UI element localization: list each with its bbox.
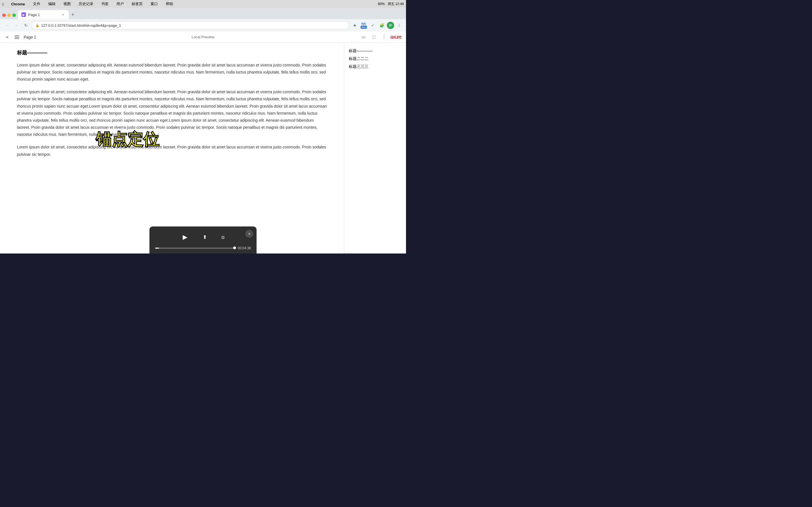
chrome-window: ▶ Page 1 × + ← → ↻ 🔒 127.0.0.1:32767/sta…: [0, 8, 406, 253]
progress-time: 00:04:38: [238, 246, 251, 250]
sidebar-heading-2[interactable]: 标题二二二: [349, 56, 402, 61]
bookmark-button[interactable]: ★: [351, 21, 359, 29]
media-player: ▶ ⬆ ⧈ 00:04:38 ×: [149, 226, 257, 253]
window-controls: [2, 13, 16, 17]
content-area: 标题———— Lorem ipsum dolor sit amet, conse…: [0, 43, 406, 253]
paragraph-2: Lorem ipsum dolor sit amet, consectetur …: [17, 89, 327, 138]
player-progress-bar: 00:04:38: [155, 246, 251, 250]
axure-logo: axure: [390, 34, 402, 40]
tab-bar: ▶ Page 1 × +: [0, 8, 406, 19]
axure-view-btn-1[interactable]: ▭: [360, 33, 368, 41]
profile-button[interactable]: P: [387, 22, 394, 29]
axure-page-name: Page 1: [24, 35, 356, 40]
sidebar-heading-3[interactable]: 标题三三三: [349, 64, 402, 69]
progress-fill: [155, 247, 159, 249]
refresh-button[interactable]: ↻: [22, 21, 30, 29]
axure-view-btn-2[interactable]: □: [370, 33, 378, 41]
forward-icon: →: [14, 23, 18, 27]
axure-preview-label: Local Preview: [192, 35, 214, 39]
new-tab-button[interactable]: +: [69, 11, 77, 18]
na-label: NA: [361, 22, 366, 25]
back-button[interactable]: ←: [3, 21, 11, 29]
expand-button[interactable]: ⧈: [218, 233, 227, 242]
menubar-battery: 80%: [378, 2, 385, 6]
apple-icon[interactable]: : [2, 2, 4, 6]
forward-button[interactable]: →: [12, 21, 20, 29]
lock-icon: 🔒: [35, 23, 40, 27]
check-button[interactable]: ✓: [369, 21, 377, 29]
paragraph-3: Lorem ipsum dolor sit amet, consectetur …: [17, 144, 327, 158]
player-close-icon: ×: [248, 231, 250, 236]
tab-favicon-icon: ▶: [21, 12, 26, 17]
menu-window[interactable]: 窗口: [149, 1, 160, 7]
menu-edit[interactable]: 编辑: [47, 1, 57, 7]
player-close-button[interactable]: ×: [245, 230, 253, 238]
menubar-right: 80% 周五 12:49: [378, 2, 404, 6]
expand-icon: ⧈: [221, 234, 224, 240]
play-button[interactable]: ▶: [179, 231, 191, 243]
back-icon: ←: [5, 23, 9, 27]
right-sidebar: 标题———— 标题二二二 标题三三三: [344, 43, 406, 253]
tab-close-button[interactable]: ×: [61, 12, 65, 17]
axure-toolbar-right: ▭ □ ⋮ axure: [360, 33, 402, 41]
menu-history[interactable]: 历史记录: [77, 1, 95, 7]
main-content: 标题———— Lorem ipsum dolor sit amet, conse…: [0, 43, 344, 253]
share-button[interactable]: ⬆: [200, 233, 209, 242]
window-close-button[interactable]: [2, 13, 6, 17]
window-maximize-button[interactable]: [12, 13, 16, 17]
axure-more-btn[interactable]: ⋮: [380, 33, 388, 41]
extensions-button[interactable]: 🧩: [378, 21, 386, 29]
menubar-left:  Chrome 文件 编辑 视图 历史记录 书签 用户 标签页 窗口 帮助: [2, 1, 175, 7]
url-bar[interactable]: 🔒 127.0.0.1:32767/start.html#id=rap8e4&p…: [32, 21, 349, 29]
window-minimize-button[interactable]: [7, 13, 11, 17]
menu-view[interactable]: 视图: [62, 1, 72, 7]
menubar-time: 周五 12:49: [388, 2, 404, 6]
axure-toolbar: ✕ Page 1 Local Preview ▭ □ ⋮ axure: [0, 32, 406, 43]
menu-bookmarks[interactable]: 书签: [100, 1, 110, 7]
refresh-icon: ↻: [24, 23, 28, 27]
menubar:  Chrome 文件 编辑 视图 历史记录 书签 用户 标签页 窗口 帮助 8…: [0, 0, 406, 8]
url-text: 127.0.0.1:32767/start.html#id=rap8e4&p=p…: [41, 23, 345, 27]
browser-tab[interactable]: ▶ Page 1 ×: [18, 10, 69, 19]
menu-help[interactable]: 帮助: [164, 1, 175, 7]
menu-file[interactable]: 文件: [31, 1, 42, 7]
progress-track[interactable]: [155, 247, 235, 249]
menu-chrome[interactable]: Chrome: [9, 1, 27, 7]
menu-tabs[interactable]: 标签页: [130, 1, 144, 7]
share-icon: ⬆: [203, 234, 207, 240]
axure-close-button[interactable]: ✕: [4, 34, 10, 40]
paragraph-1: Lorem ipsum dolor sit amet, consectetur …: [17, 62, 327, 83]
more-options-button[interactable]: ⋮: [395, 21, 403, 29]
address-bar-right: ★ NA New ✓ 🧩 P ⋮: [351, 21, 403, 29]
axure-menu-button[interactable]: [13, 34, 20, 41]
sidebar-heading-1[interactable]: 标题————: [349, 48, 402, 54]
tab-title: Page 1: [28, 13, 59, 17]
progress-dot: [233, 246, 236, 249]
player-controls: ▶ ⬆ ⧈: [155, 231, 251, 243]
new-badge: New: [361, 25, 367, 29]
play-icon: ▶: [183, 233, 188, 241]
menu-user[interactable]: 用户: [115, 1, 125, 7]
address-bar: ← → ↻ 🔒 127.0.0.1:32767/start.html#id=ra…: [0, 19, 406, 32]
na-extension-button[interactable]: NA New: [360, 21, 368, 29]
page-heading: 标题————: [17, 48, 327, 57]
